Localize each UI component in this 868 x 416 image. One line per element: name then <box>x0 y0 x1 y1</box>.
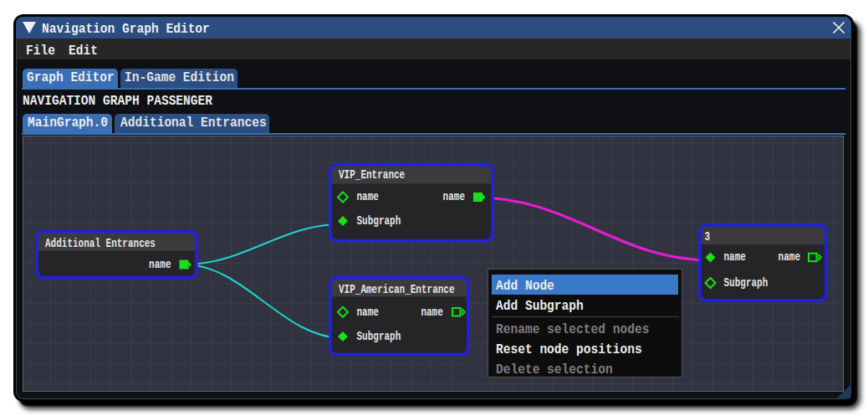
svg-text:VIP_American_Entrance: VIP_American_Entrance <box>339 283 455 297</box>
svg-text:name: name <box>421 305 443 319</box>
svg-text:name: name <box>443 190 466 204</box>
svg-text:Additional Entrances: Additional Entrances <box>45 237 156 251</box>
svg-text:name: name <box>357 305 380 319</box>
svg-text:name: name <box>779 250 801 264</box>
svg-text:Subgraph: Subgraph <box>357 330 401 344</box>
svg-text:name: name <box>149 258 171 272</box>
svg-text:Subgraph: Subgraph <box>357 214 401 229</box>
svg-text:name: name <box>357 190 380 204</box>
svg-text:3: 3 <box>705 230 711 244</box>
svg-text:Subgraph: Subgraph <box>724 276 768 290</box>
svg-text:name: name <box>724 250 747 264</box>
svg-text:VIP_Entrance: VIP_Entrance <box>339 168 405 182</box>
